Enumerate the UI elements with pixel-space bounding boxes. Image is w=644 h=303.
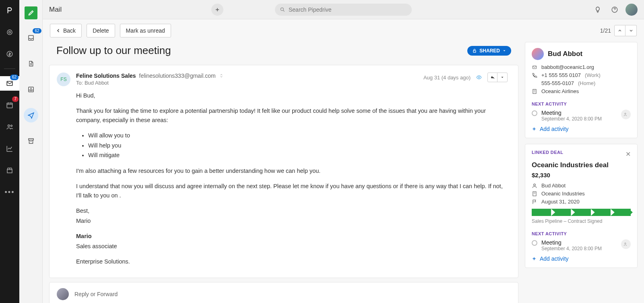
lightbulb-icon — [594, 6, 601, 13]
eye-icon[interactable] — [475, 75, 483, 80]
message-card: FS Feline Solutions Sales felinesolution… — [49, 65, 518, 278]
contact-add-activity[interactable]: Add activity — [532, 126, 631, 132]
recipient-line: To: Bud Abbot — [76, 80, 418, 86]
message-date: Aug 31 (4 days ago) — [423, 75, 471, 81]
svg-rect-13 — [473, 50, 476, 52]
building-icon — [532, 89, 537, 94]
bullet: Will help you — [88, 141, 508, 150]
deal-org: Oceanic Industries — [541, 191, 585, 197]
activity-participants[interactable] — [621, 239, 631, 249]
sig-name: Mario — [76, 232, 508, 241]
bullet: Will mitigate — [88, 151, 508, 160]
reply-placeholder: Reply or Forward — [74, 291, 118, 297]
reply-dropdown[interactable] — [497, 73, 507, 82]
chevron-down-icon — [629, 28, 634, 33]
search-input[interactable]: Search Pipedrive — [275, 4, 412, 16]
reply-bar[interactable]: Reply or Forward — [49, 282, 518, 303]
mark-unread-button[interactable]: Mark as unread — [120, 24, 171, 37]
contact-panel: Bud Abbot babbott@oceanic1.org +1 555 55… — [525, 42, 638, 138]
compose-button[interactable] — [25, 6, 37, 19]
book-icon — [27, 86, 35, 93]
deal-person: Bud Abbot — [541, 183, 566, 189]
rail-more[interactable]: ••• — [0, 185, 19, 199]
contact-name[interactable]: Bud Abbot — [548, 50, 582, 58]
quick-add-button[interactable] — [211, 4, 223, 16]
body-p3: I understand that now you will discuss a… — [76, 182, 508, 200]
rail-leads[interactable] — [0, 25, 19, 39]
back-button[interactable]: Back — [50, 24, 82, 37]
building-icon — [532, 191, 537, 197]
sig-org: Enterprise Solutions. — [76, 257, 508, 266]
reply-icon — [490, 75, 495, 80]
page-title: Mail — [49, 6, 62, 14]
contact-org-row[interactable]: Oceanic Airlines — [532, 88, 631, 94]
prev-button[interactable] — [614, 25, 625, 36]
svg-point-0 — [7, 30, 12, 35]
contact-email-row[interactable]: babbott@oceanic1.org — [532, 64, 631, 70]
subnav-inbox[interactable]: 62 — [24, 31, 38, 45]
svg-rect-19 — [533, 191, 536, 196]
delete-button[interactable]: Delete — [87, 24, 115, 37]
mail-toolbar: Back Delete Mark as unread 1/21 — [43, 19, 644, 42]
tips-button[interactable] — [592, 4, 604, 16]
contact-phone1-row[interactable]: +1 555 555 0107 (Work) — [532, 72, 631, 78]
contact-org: Oceanic Airlines — [541, 88, 579, 94]
reply-button[interactable] — [488, 73, 497, 82]
deal-date: August 31, 2020 — [541, 199, 580, 205]
mail-pane: Follow up to our meeting SHARED FS Felin… — [49, 42, 518, 297]
subnav-archive[interactable] — [24, 134, 38, 148]
pencil-icon — [28, 10, 34, 16]
expand-icon[interactable] — [219, 73, 224, 79]
file-icon — [28, 60, 34, 67]
add-activity-label: Add activity — [540, 255, 569, 262]
back-label: Back — [63, 27, 76, 34]
deal-title[interactable]: Oceanic Industries deal — [532, 161, 631, 169]
app-rail: 62 7 ••• — [0, 0, 19, 303]
help-button[interactable] — [609, 4, 621, 16]
deal-activity[interactable]: Meeting September 4, 2020 8:00 PM — [532, 239, 631, 251]
shared-pill[interactable]: SHARED — [467, 46, 511, 56]
subnav-inbox-badge: 62 — [33, 28, 41, 33]
inbox-icon — [27, 34, 35, 42]
chevron-up-icon — [617, 28, 622, 33]
activity-participants[interactable] — [621, 110, 631, 119]
caret-down-icon — [502, 49, 506, 53]
next-button[interactable] — [625, 25, 637, 36]
subnav-drafts[interactable] — [24, 56, 38, 71]
body-p1: Thank you for taking the time to explore… — [76, 106, 508, 125]
contact-phone2-row[interactable]: 555-555-0107 (Home) — [532, 80, 631, 86]
plus-icon — [215, 7, 220, 12]
activity-checkbox[interactable] — [532, 240, 537, 246]
contact-next-activity-header: NEXT ACTIVITY — [532, 102, 631, 106]
rail-insights[interactable] — [0, 141, 19, 156]
contact-email: babbott@oceanic1.org — [541, 64, 594, 70]
deal-org-row[interactable]: Oceanic Industries — [532, 191, 631, 197]
subnav-sent[interactable] — [24, 108, 38, 122]
message-body: Hi Bud, Thank you for taking the time to… — [57, 86, 508, 266]
deal-unlink-button[interactable]: ✕ — [625, 150, 631, 158]
rail-contacts[interactable] — [0, 120, 19, 134]
rail-deals[interactable] — [0, 47, 19, 61]
main-area: Mail Search Pipedrive Back Delete — [43, 0, 644, 303]
chart-icon — [6, 145, 13, 152]
deal-pipeline[interactable] — [532, 209, 631, 216]
sender-name: Feline Solutions Sales — [76, 73, 136, 79]
user-avatar[interactable] — [625, 4, 638, 16]
deal-person-row[interactable]: Bud Abbot — [532, 183, 631, 189]
rail-products[interactable] — [0, 163, 19, 178]
svg-point-17 — [625, 113, 626, 114]
reply-split — [487, 73, 508, 82]
svg-point-5 — [8, 125, 10, 127]
deal-next-activity-header: NEXT ACTIVITY — [532, 231, 631, 236]
search-placeholder: Search Pipedrive — [289, 6, 332, 13]
rail-mail[interactable]: 62 — [0, 76, 19, 91]
subnav-outbox[interactable] — [24, 82, 38, 97]
contact-activity[interactable]: Meeting September 4, 2020 8:00 PM — [532, 110, 631, 122]
activity-checkbox[interactable] — [532, 110, 537, 116]
svg-point-11 — [281, 8, 283, 10]
deal-add-activity[interactable]: Add activity — [532, 255, 631, 262]
caret-down-icon — [500, 75, 504, 79]
rail-calendar[interactable]: 7 — [0, 98, 19, 112]
rail-logo[interactable] — [0, 3, 19, 18]
search-icon — [280, 7, 285, 12]
